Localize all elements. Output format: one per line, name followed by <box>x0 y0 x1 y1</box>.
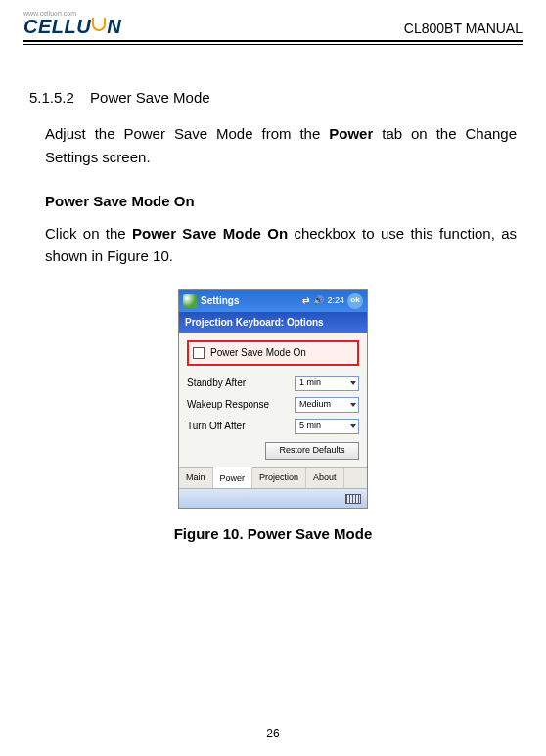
dialog-title: Projection Keyboard: Options <box>179 312 367 334</box>
standby-combo[interactable]: 1 min <box>295 376 359 391</box>
keyboard-icon[interactable] <box>345 494 361 504</box>
logo-u-icon <box>92 18 106 31</box>
app-title: Settings <box>201 293 298 309</box>
connectivity-icon[interactable]: ⇄ <box>302 294 310 308</box>
wakeup-combo[interactable]: Medium <box>295 397 359 413</box>
option-row-wakeup: Wakeup Response Medium <box>187 397 359 413</box>
option-label: Standby After <box>187 376 246 391</box>
option-row-standby: Standby After 1 min <box>187 376 359 391</box>
restore-defaults-button[interactable]: Restore Defaults <box>265 442 359 460</box>
power-save-checkbox-row[interactable]: Power Save Mode On <box>187 340 359 366</box>
tab-about[interactable]: About <box>306 468 344 489</box>
section-title: Power Save Mode <box>90 89 210 106</box>
intro-paragraph: Adjust the Power Save Mode from the Powe… <box>45 122 517 168</box>
section-heading: 5.1.5.2 Power Save Mode <box>29 86 517 109</box>
start-icon[interactable] <box>183 294 197 308</box>
ok-button[interactable]: ok <box>347 293 363 309</box>
device-bottombar <box>179 488 367 508</box>
doc-title: CL800BT MANUAL <box>404 21 523 36</box>
instruction-paragraph: Click on the Power Save Mode On checkbox… <box>45 222 517 268</box>
option-row-turnoff: Turn Off After 5 min <box>187 419 359 434</box>
turnoff-combo[interactable]: 5 min <box>295 419 359 434</box>
chevron-down-icon <box>350 381 356 385</box>
figure-caption: Figure 10. Power Save Mode <box>174 522 373 545</box>
tab-power[interactable]: Power <box>213 467 253 489</box>
chevron-down-icon <box>350 403 356 407</box>
tab-bar: Main Power Projection About <box>179 467 367 489</box>
section-number: 5.1.5.2 <box>29 86 74 109</box>
screenshot-figure: Settings ⇄ 2:24 ok Projection Keyboard: … <box>178 289 368 510</box>
checkbox-icon[interactable] <box>193 347 205 359</box>
chevron-down-icon <box>350 424 356 428</box>
header-rule-thin <box>23 44 523 45</box>
system-tray: ⇄ 2:24 ok <box>302 293 363 309</box>
option-label: Turn Off After <box>187 419 245 434</box>
subheading-power-save-on: Power Save Mode On <box>45 190 517 212</box>
device-topbar: Settings ⇄ 2:24 ok <box>179 290 367 312</box>
speaker-icon[interactable] <box>313 294 324 308</box>
checkbox-label: Power Save Mode On <box>210 345 306 361</box>
tab-main[interactable]: Main <box>179 468 213 489</box>
page-number: 26 <box>0 727 546 740</box>
logo-text: CELLU N <box>23 17 121 36</box>
header-rule-thick <box>23 40 523 42</box>
brand-logo: www.celluon.com CELLU N <box>23 10 121 36</box>
option-label: Wakeup Response <box>187 397 269 413</box>
tab-projection[interactable]: Projection <box>252 468 306 489</box>
clock-text: 2:24 <box>327 294 344 308</box>
